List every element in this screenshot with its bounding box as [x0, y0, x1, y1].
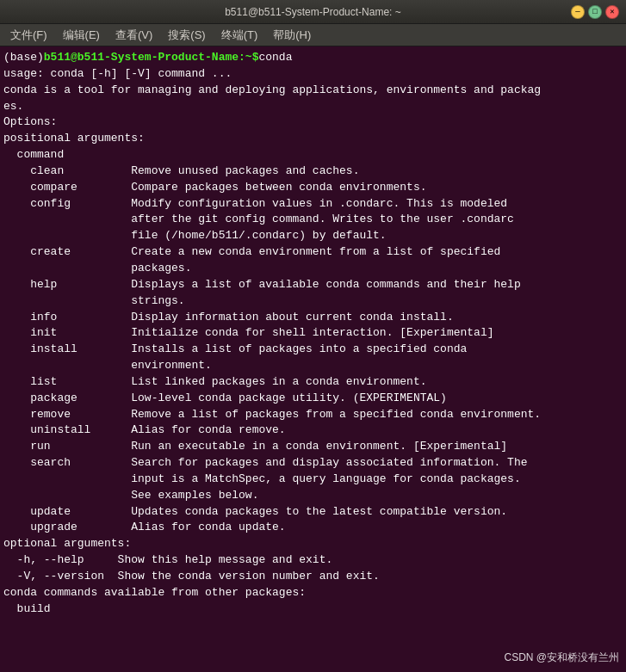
terminal-line: upgrade Alias for conda update.: [3, 520, 623, 536]
terminal-line: search Search for packages and display a…: [3, 455, 623, 472]
watermark: CSDN @安和桥没有兰州: [504, 650, 619, 665]
prompt-command: conda: [258, 50, 292, 66]
menu-item[interactable]: 搜索(S): [161, 26, 212, 45]
terminal: (base) b511@b511-System-Product-Name:~$ …: [0, 46, 626, 672]
menu-item[interactable]: 编辑(E): [56, 26, 107, 45]
minimize-button[interactable]: —: [571, 5, 585, 19]
terminal-line: create Create a new conda environment fr…: [3, 244, 623, 261]
terminal-line: compare Compare packages between conda e…: [3, 180, 623, 196]
terminal-line: strings.: [3, 293, 623, 310]
terminal-line: install Installs a list of packages into…: [3, 342, 623, 358]
terminal-line: file (/home/b511/.condarc) by default.: [3, 228, 623, 244]
window-title: b511@b511-System-Product-Name: ~: [225, 6, 401, 18]
terminal-line: info Display information about current c…: [3, 310, 623, 326]
menu-item[interactable]: 终端(T): [214, 26, 265, 45]
terminal-output: usage: conda [-h] [-V] command ...conda …: [3, 66, 623, 618]
terminal-line: init Initialize conda for shell interact…: [3, 325, 623, 342]
terminal-line: uninstall Alias for conda remove.: [3, 422, 623, 439]
prompt-user: b511@b511-System-Product-Name:~$: [44, 50, 259, 66]
terminal-line: help Displays a list of available conda …: [3, 277, 623, 293]
prompt-line: (base) b511@b511-System-Product-Name:~$ …: [3, 50, 623, 66]
terminal-line: remove Remove a list of packages from a …: [3, 407, 623, 423]
menu-item[interactable]: 帮助(H): [266, 26, 318, 45]
terminal-line: run Run an executable in a conda environ…: [3, 439, 623, 455]
terminal-line: optional arguments:: [3, 536, 623, 552]
terminal-line: conda is a tool for managing and deployi…: [3, 83, 623, 99]
terminal-line: clean Remove unused packages and caches.: [3, 163, 623, 180]
menu-item[interactable]: 文件(F): [3, 26, 54, 45]
terminal-line: command: [3, 147, 623, 163]
menu-item[interactable]: 查看(V): [108, 26, 159, 45]
terminal-line: positional arguments:: [3, 131, 623, 147]
terminal-line: -V, --version Show the conda version num…: [3, 569, 623, 585]
terminal-line: list List linked packages in a conda env…: [3, 374, 623, 391]
terminal-line: after the git config command. Writes to …: [3, 212, 623, 228]
menubar: 文件(F)编辑(E)查看(V)搜索(S)终端(T)帮助(H): [0, 24, 626, 46]
terminal-line: -h, --help Show this help message and ex…: [3, 552, 623, 569]
terminal-line: See examples below.: [3, 488, 623, 504]
terminal-line: environment.: [3, 358, 623, 374]
titlebar: b511@b511-System-Product-Name: ~ — □ ✕: [0, 0, 626, 24]
terminal-line: config Modify configuration values in .c…: [3, 196, 623, 213]
close-button[interactable]: ✕: [605, 5, 619, 19]
window-controls[interactable]: — □ ✕: [571, 5, 619, 19]
terminal-line: conda commands available from other pack…: [3, 585, 623, 601]
terminal-line: update Updates conda packages to the lat…: [3, 504, 623, 521]
terminal-line: es.: [3, 99, 623, 115]
terminal-line: input is a MatchSpec, a query language f…: [3, 472, 623, 488]
terminal-line: packages.: [3, 261, 623, 277]
base-indicator: (base): [3, 50, 44, 66]
terminal-line: usage: conda [-h] [-V] command ...: [3, 66, 623, 83]
terminal-line: build: [3, 601, 623, 618]
terminal-line: package Low-level conda package utility.…: [3, 391, 623, 407]
maximize-button[interactable]: □: [588, 5, 602, 19]
terminal-line: Options:: [3, 114, 623, 131]
